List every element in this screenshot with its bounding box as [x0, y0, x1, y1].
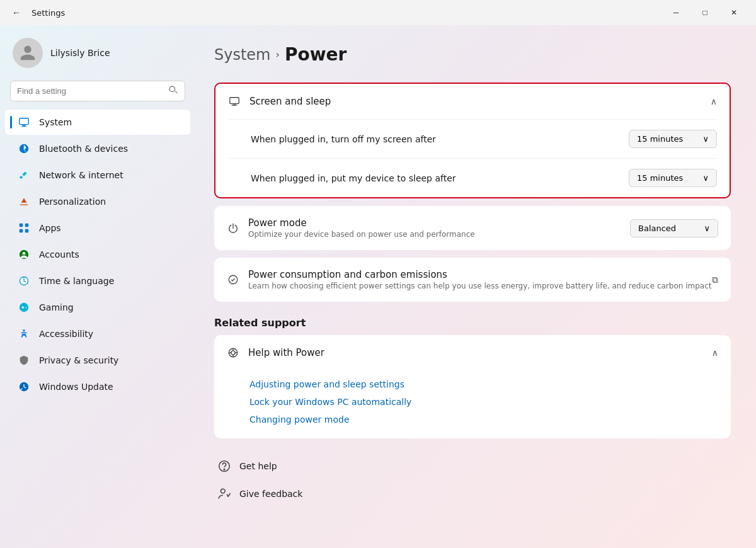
app-body: Lilysisly Brice System: [0, 25, 756, 548]
power-consumption-text: Power consumption and carbon emissions L…: [248, 269, 711, 290]
bluetooth-label: Bluetooth & devices: [39, 144, 128, 154]
svg-rect-17: [230, 98, 239, 104]
accounts-icon: [18, 248, 30, 261]
svg-point-24: [224, 469, 225, 470]
search-box[interactable]: [10, 81, 185, 101]
power-consumption-header-left: Power consumption and carbon emissions L…: [227, 269, 711, 290]
help-links: Adjusting power and sleep settings Lock …: [214, 370, 731, 438]
screen-turn-off-row: When plugged in, turn off my screen afte…: [215, 120, 730, 158]
screen-dropdown[interactable]: 15 minutes ∨: [629, 130, 717, 148]
privacy-icon: [18, 354, 30, 367]
svg-rect-19: [232, 105, 238, 106]
get-help-item[interactable]: Get help: [214, 454, 731, 479]
svg-rect-5: [25, 224, 28, 227]
sidebar-item-gaming[interactable]: Gaming: [5, 295, 190, 320]
help-link-1[interactable]: Adjusting power and sleep settings: [249, 375, 718, 393]
sleep-dropdown-chevron: ∨: [702, 173, 709, 183]
sidebar-item-bluetooth[interactable]: Bluetooth & devices: [5, 136, 190, 161]
privacy-label: Privacy & security: [39, 355, 118, 365]
svg-point-13: [26, 306, 26, 307]
sidebar-item-accounts[interactable]: Accounts: [5, 242, 190, 267]
minimize-button[interactable]: ─: [662, 3, 690, 23]
svg-rect-7: [25, 229, 28, 232]
sidebar-item-privacy[interactable]: Privacy & security: [5, 348, 190, 373]
sidebar-item-accessibility[interactable]: Accessibility: [5, 321, 190, 346]
titlebar: ← Settings ─ □ ✕: [0, 0, 756, 25]
power-consumption-title: Power consumption and carbon emissions: [248, 269, 711, 280]
power-mode-card: Power mode Optimize your device based on…: [214, 206, 731, 250]
related-support-title: Related support: [214, 317, 731, 329]
gaming-label: Gaming: [39, 302, 74, 312]
power-consumption-header[interactable]: Power consumption and carbon emissions L…: [214, 258, 731, 302]
svg-point-15: [23, 329, 25, 331]
sidebar-item-windows-update[interactable]: Windows Update: [5, 374, 190, 399]
power-consumption-subtitle: Learn how choosing efficient power setti…: [248, 282, 711, 290]
sidebar-item-system[interactable]: System: [5, 110, 190, 135]
help-title: Help with Power: [248, 347, 324, 358]
get-help-label: Get help: [239, 461, 277, 471]
help-link-3[interactable]: Changing power mode: [249, 411, 718, 428]
sidebar-item-time[interactable]: Time & language: [5, 268, 190, 294]
sidebar-item-personalization[interactable]: Personalization: [5, 189, 190, 214]
titlebar-left: ← Settings: [8, 4, 65, 21]
help-link-2[interactable]: Lock your Windows PC automatically: [249, 393, 718, 411]
power-mode-dropdown[interactable]: Balanced ∨: [630, 219, 718, 237]
sidebar-item-apps[interactable]: Apps: [5, 215, 190, 241]
help-header[interactable]: Help with Power ∧: [214, 335, 731, 370]
power-consumption-card: Power consumption and carbon emissions L…: [214, 258, 731, 302]
search-icon: [168, 85, 178, 97]
help-chevron: ∧: [712, 348, 718, 358]
network-label: Network & internet: [39, 170, 123, 180]
sleep-value: 15 minutes: [637, 173, 683, 183]
help-icon: [227, 346, 239, 359]
accounts-label: Accounts: [39, 249, 79, 260]
related-support-section: Related support Help with Power ∧: [214, 317, 731, 438]
power-mode-title: Power mode: [248, 217, 475, 229]
power-mode-value: Balanced: [638, 224, 676, 233]
apps-icon: [18, 222, 30, 234]
sleep-dropdown[interactable]: 15 minutes ∨: [629, 169, 717, 187]
power-mode-subtitle: Optimize your device based on power use …: [248, 230, 475, 239]
svg-rect-4: [20, 224, 23, 227]
svg-rect-0: [20, 118, 28, 125]
screen-sleep-header[interactable]: Screen and sleep ∧: [215, 84, 730, 119]
screen-sleep-card: Screen and sleep ∧ When plugged in, turn…: [214, 83, 731, 198]
svg-point-25: [221, 489, 226, 493]
screen-value: 15 minutes: [637, 134, 683, 144]
personalization-label: Personalization: [39, 197, 106, 207]
svg-rect-2: [21, 126, 27, 127]
give-feedback-icon: [217, 486, 232, 501]
apps-label: Apps: [39, 223, 61, 233]
svg-rect-18: [232, 105, 236, 105]
power-mode-header[interactable]: Power mode Optimize your device based on…: [214, 206, 731, 250]
titlebar-controls: ─ □ ✕: [662, 3, 748, 23]
personalization-icon: [18, 195, 30, 208]
search-input[interactable]: [17, 86, 163, 96]
windows-update-label: Windows Update: [39, 382, 113, 392]
close-button[interactable]: ✕: [719, 3, 748, 23]
power-mode-header-left: Power mode Optimize your device based on…: [227, 217, 475, 239]
svg-point-20: [229, 275, 238, 284]
bluetooth-icon: [18, 142, 30, 155]
power-mode-icon: [227, 222, 239, 234]
maximize-button[interactable]: □: [690, 3, 719, 23]
time-icon: [18, 275, 30, 287]
accessibility-icon: [18, 328, 30, 340]
system-icon: [18, 116, 30, 128]
screen-label: When plugged in, turn off my screen afte…: [251, 134, 436, 144]
system-label: System: [39, 117, 72, 127]
user-name: Lilysisly Brice: [50, 48, 110, 58]
accessibility-label: Accessibility: [39, 329, 93, 339]
back-button[interactable]: ←: [8, 4, 25, 21]
svg-rect-1: [22, 125, 25, 127]
avatar: [13, 38, 43, 68]
get-help-icon: [217, 459, 232, 474]
screen-sleep-title: Screen and sleep: [249, 96, 331, 107]
sidebar-item-network[interactable]: Network & internet: [5, 163, 190, 188]
network-icon: [18, 169, 30, 181]
sidebar: Lilysisly Brice System: [0, 25, 195, 548]
give-feedback-item[interactable]: Give feedback: [214, 481, 731, 506]
titlebar-title: Settings: [32, 8, 65, 18]
screen-sleep-icon: [228, 95, 241, 108]
main-content: System › Power Screen and sleep ∧: [195, 25, 756, 548]
